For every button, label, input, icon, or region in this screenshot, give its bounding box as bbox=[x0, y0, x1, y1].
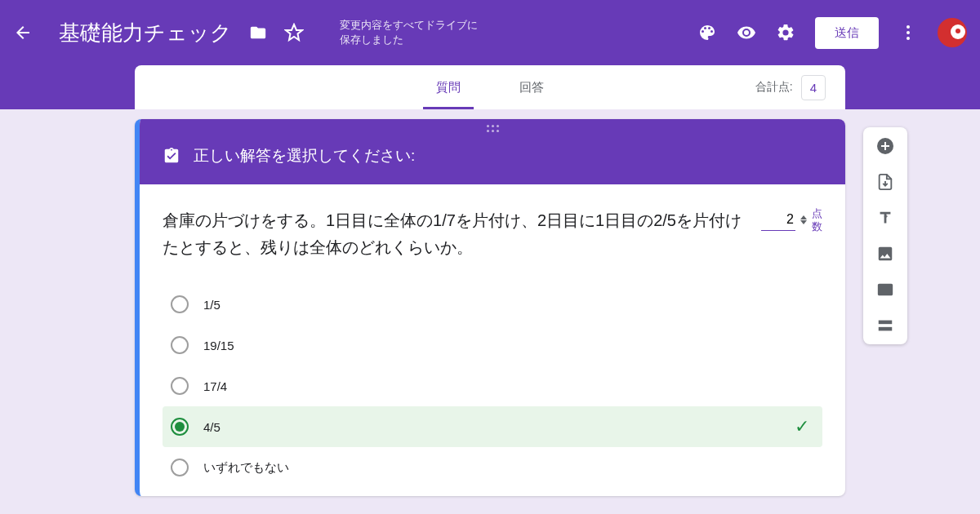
content: 正しい解答を選択してください: 倉庫の片づけをする。1日目に全体の1/7を片付け… bbox=[135, 119, 845, 496]
app-header: 基礎能力チェック 変更内容をすべてドライブに 保存しました 送信 bbox=[0, 0, 980, 65]
avatar[interactable] bbox=[938, 18, 967, 47]
option-2[interactable]: 19/15 bbox=[163, 325, 822, 366]
option-5[interactable]: いずれでもない bbox=[163, 447, 822, 488]
save-status-line2: 保存しました bbox=[340, 33, 478, 47]
option-4[interactable]: 4/5✓ bbox=[163, 406, 822, 447]
option-label: 19/15 bbox=[203, 339, 234, 352]
question-row: 倉庫の片づけをする。1日目に全体の1/7を片付け、2日目に1日目の2/5を片付け… bbox=[163, 207, 822, 261]
card-body: 倉庫の片づけをする。1日目に全体の1/7を片付け、2日目に1日目の2/5を片付け… bbox=[140, 184, 845, 496]
add-question-icon[interactable] bbox=[875, 135, 896, 157]
radio-icon bbox=[171, 295, 189, 313]
add-video-icon[interactable] bbox=[875, 279, 896, 300]
question-card: 正しい解答を選択してください: 倉庫の片づけをする。1日目に全体の1/7を片付け… bbox=[135, 119, 845, 496]
total-score: 合計点: 4 bbox=[755, 75, 826, 100]
send-button[interactable]: 送信 bbox=[815, 17, 879, 49]
add-image-icon[interactable] bbox=[875, 243, 896, 264]
option-1[interactable]: 1/5 bbox=[163, 284, 822, 325]
points-stepper[interactable] bbox=[800, 215, 807, 224]
option-3[interactable]: 17/4 bbox=[163, 366, 822, 406]
header-left: 基礎能力チェック 変更内容をすべてドライブに 保存しました bbox=[13, 18, 478, 47]
tabs-center: 質問 回答 bbox=[423, 65, 557, 109]
tabs-bar: 質問 回答 合計点: 4 bbox=[135, 65, 845, 109]
add-title-icon[interactable] bbox=[875, 207, 896, 228]
save-status: 変更内容をすべてドライブに 保存しました bbox=[340, 18, 478, 47]
svg-point-1 bbox=[906, 31, 910, 34]
svg-point-0 bbox=[906, 25, 910, 29]
total-score-label: 合計点: bbox=[755, 80, 793, 95]
page-wrap: 質問 回答 合計点: 4 bbox=[0, 65, 980, 109]
points-area: 点 数 bbox=[761, 207, 822, 233]
question-text[interactable]: 倉庫の片づけをする。1日目に全体の1/7を片付け、2日目に1日目の2/5を片付け… bbox=[163, 207, 745, 261]
tab-questions[interactable]: 質問 bbox=[423, 65, 474, 109]
total-score-value: 4 bbox=[801, 75, 826, 100]
svg-rect-5 bbox=[879, 327, 893, 331]
star-icon[interactable] bbox=[284, 23, 304, 42]
folder-icon[interactable] bbox=[248, 23, 268, 42]
option-label: 1/5 bbox=[203, 298, 220, 312]
options-list: 1/5 19/15 17/4 4/5✓ いずれでもない bbox=[163, 284, 822, 488]
radio-icon bbox=[171, 459, 189, 476]
svg-rect-4 bbox=[879, 321, 893, 325]
save-status-line1: 変更内容をすべてドライブに bbox=[340, 18, 478, 33]
back-icon[interactable] bbox=[13, 23, 33, 42]
add-section-icon[interactable] bbox=[875, 315, 896, 336]
points-label: 点 数 bbox=[812, 207, 822, 233]
more-icon[interactable] bbox=[898, 23, 918, 42]
option-label: 17/4 bbox=[203, 379, 227, 393]
svg-point-2 bbox=[906, 37, 910, 40]
option-label: 4/5 bbox=[203, 420, 220, 434]
import-icon[interactable] bbox=[875, 171, 896, 193]
clipboard-check-icon bbox=[163, 147, 180, 165]
option-label: いずれでもない bbox=[203, 460, 289, 476]
radio-icon bbox=[171, 336, 189, 354]
radio-icon bbox=[171, 418, 189, 436]
preview-icon[interactable] bbox=[737, 23, 756, 42]
settings-icon[interactable] bbox=[776, 23, 795, 42]
form-title[interactable]: 基礎能力チェック bbox=[59, 19, 232, 47]
check-icon: ✓ bbox=[795, 416, 809, 437]
header-right: 送信 bbox=[697, 17, 967, 49]
palette-icon[interactable] bbox=[697, 23, 717, 42]
radio-icon bbox=[171, 377, 189, 395]
drag-handle[interactable] bbox=[140, 119, 845, 137]
tab-responses[interactable]: 回答 bbox=[506, 65, 557, 109]
answer-key-header: 正しい解答を選択してください: bbox=[140, 137, 845, 184]
points-input[interactable] bbox=[761, 209, 795, 231]
instruction-text: 正しい解答を選択してください: bbox=[194, 145, 415, 166]
side-toolbar bbox=[863, 127, 907, 344]
